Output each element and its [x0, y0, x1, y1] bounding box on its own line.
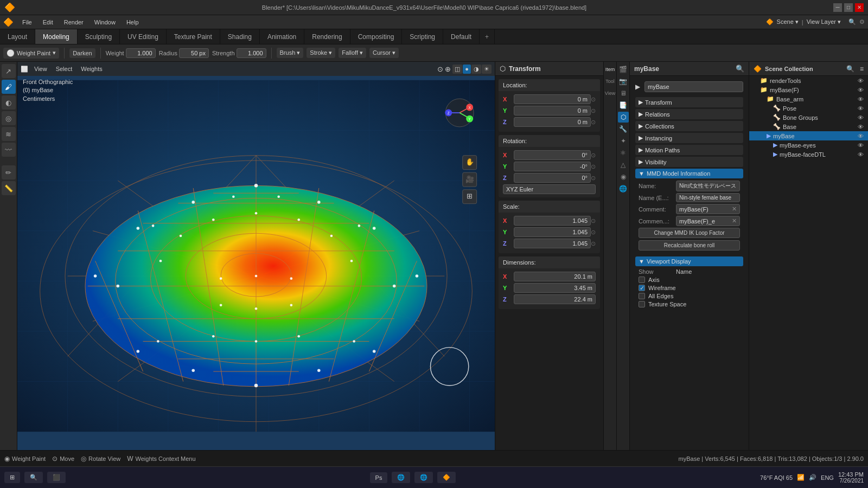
- weight-input[interactable]: 1.000: [126, 48, 156, 58]
- select-tool-icon[interactable]: ↗: [2, 64, 16, 78]
- scene-selector[interactable]: Scene ▾: [777, 18, 799, 25]
- scene-props-icon[interactable]: 🎬: [618, 64, 629, 75]
- modifier-props-icon[interactable]: 🔧: [618, 124, 629, 134]
- scale-y-value[interactable]: 1.045: [514, 227, 591, 237]
- average-tool-icon[interactable]: ≋: [2, 127, 16, 141]
- physics-props-icon[interactable]: ⚛: [618, 147, 629, 158]
- view-layer-props-icon[interactable]: 📑: [618, 100, 629, 111]
- rotation-z-value[interactable]: 0°: [514, 173, 591, 183]
- material-props-icon[interactable]: ◉: [618, 171, 629, 182]
- tab-default[interactable]: Default: [443, 29, 480, 44]
- rendered-btn[interactable]: ☀: [482, 65, 492, 74]
- rotation-y-value[interactable]: -0°: [514, 162, 591, 171]
- tab-sculpting[interactable]: Sculpting: [78, 29, 120, 44]
- solid-btn[interactable]: ●: [463, 65, 471, 74]
- brush-tool-icon[interactable]: 🖌: [2, 80, 16, 94]
- tab-scripting[interactable]: Scripting: [402, 29, 443, 44]
- tab-compositing[interactable]: Compositing: [350, 29, 403, 44]
- gradient-tool-icon[interactable]: ◐: [2, 95, 16, 110]
- mmd-bone-button[interactable]: Recalculate bone roll: [639, 240, 740, 251]
- menu-window[interactable]: Window: [92, 18, 118, 27]
- taskbar-chrome2[interactable]: 🌐: [414, 472, 433, 483]
- vd-texspace-checkbox[interactable]: [639, 301, 645, 307]
- object-props-icon[interactable]: ⬡: [618, 112, 629, 123]
- mode-selector[interactable]: ⚪ Weight Paint ▾: [3, 48, 59, 59]
- taskbar-taskview-icon[interactable]: ⬛: [47, 472, 66, 483]
- world-props-icon[interactable]: 🌐: [618, 183, 629, 194]
- scene-rendertool-eye[interactable]: 👁: [858, 78, 864, 84]
- dimensions-header[interactable]: Dimensions:: [499, 256, 600, 268]
- cursor-menu[interactable]: Cursor ▾: [369, 48, 399, 58]
- tab-layout[interactable]: Layout: [0, 29, 35, 44]
- viewlayer-selector[interactable]: View Layer ▾: [807, 18, 841, 25]
- location-z-copy[interactable]: ⊙: [591, 119, 596, 126]
- mmd-comment2-clear[interactable]: ✕: [732, 217, 737, 224]
- scene-bonegroups-eye[interactable]: 👁: [858, 114, 864, 121]
- measure-tool-icon[interactable]: 📏: [2, 181, 16, 195]
- obj-relations-header[interactable]: ▶ Relations: [635, 109, 743, 119]
- taskbar-photoshop[interactable]: Ps: [370, 472, 388, 483]
- mmd-nameen-field[interactable]: Nin-style female base: [676, 193, 740, 202]
- vd-axis-checkbox[interactable]: [639, 277, 645, 283]
- mmd-comment-clear[interactable]: ✕: [732, 206, 737, 213]
- scene-mybase-eyes[interactable]: ▶ myBase-eyes 👁: [749, 140, 868, 150]
- scene-mybase[interactable]: ▶ myBase 👁: [749, 131, 868, 140]
- location-y-copy[interactable]: ⊙: [591, 107, 596, 114]
- scene-mybase-facedtl-eye[interactable]: 👁: [858, 151, 864, 158]
- strength-input[interactable]: 1.000: [237, 48, 266, 58]
- tab-rendering[interactable]: Rendering: [304, 29, 350, 44]
- location-z-value[interactable]: 0 m: [514, 117, 591, 127]
- annotate-tool-icon[interactable]: ✏: [2, 165, 16, 179]
- output-props-icon[interactable]: 🖥: [618, 88, 629, 99]
- maximize-button[interactable]: □: [844, 3, 853, 12]
- scene-mybase-eye[interactable]: 👁: [858, 133, 864, 139]
- scene-mybase-facedtl[interactable]: ▶ myBase-faceDTL 👁: [749, 150, 868, 159]
- rotation-z-copy[interactable]: ⊙: [591, 175, 596, 182]
- scene-rendertool[interactable]: 📁 renderTools 👁: [749, 76, 868, 85]
- taskbar-windows-icon[interactable]: ⊞: [4, 472, 20, 483]
- scale-z-copy[interactable]: ⊙: [591, 240, 596, 247]
- scene-mybase-eyes-eye[interactable]: 👁: [858, 142, 864, 149]
- mmd-comment2-value[interactable]: myBase(F)_e: [679, 218, 730, 224]
- vd-alledges-checkbox[interactable]: [639, 293, 645, 299]
- scale-x-value[interactable]: 1.045: [514, 216, 591, 226]
- rotation-y-copy[interactable]: ⊙: [591, 163, 596, 170]
- tab-animation[interactable]: Animation: [260, 29, 304, 44]
- obj-viewport-display-header[interactable]: ▼ Viewport Display: [635, 256, 743, 266]
- location-y-value[interactable]: 0 m: [514, 106, 591, 115]
- scene-basearm[interactable]: 📁 Base_arm 👁: [749, 94, 868, 104]
- mmd-ik-button[interactable]: Change MMD IK Loop Factor: [639, 228, 740, 238]
- obj-motionpaths-header[interactable]: ▶ Motion Paths: [635, 145, 743, 155]
- location-x-copy[interactable]: ⊙: [591, 96, 596, 103]
- mmd-comment-value[interactable]: myBase(F): [679, 206, 730, 213]
- scene-search-icon[interactable]: 🔍: [846, 65, 854, 73]
- scene-pose-eye[interactable]: 👁: [858, 105, 864, 112]
- location-header[interactable]: Location:: [499, 79, 600, 91]
- obj-transform-header[interactable]: ▶ Transform: [635, 97, 743, 107]
- view-tab[interactable]: View: [605, 88, 616, 99]
- viewport-3d[interactable]: ⬜ View Select Weights ⊙ ⊕ ◫ ● ◑ ☀ Front …: [17, 62, 495, 450]
- tab-texturepaint[interactable]: Texture Paint: [167, 29, 220, 44]
- vd-wireframe-checkbox[interactable]: ✓: [639, 285, 645, 291]
- scene-base[interactable]: 🦴 Base 👁: [749, 122, 868, 131]
- scene-bonegroups[interactable]: 🦴 Bone Groups 👁: [749, 113, 868, 122]
- scale-x-copy[interactable]: ⊙: [591, 217, 596, 224]
- stroke-menu[interactable]: Stroke ▾: [307, 48, 335, 58]
- dim-y-value[interactable]: 3.45 m: [514, 283, 596, 293]
- scene-filter-icon[interactable]: ≡: [860, 65, 864, 73]
- obj-visibility-header[interactable]: ▶ Visibility: [635, 157, 743, 167]
- item-tab[interactable]: Item: [605, 64, 616, 75]
- material-btn[interactable]: ◑: [471, 65, 481, 74]
- viewport-overlay-btn[interactable]: ⊙: [437, 65, 443, 73]
- scene-basearm-eye[interactable]: 👁: [858, 96, 864, 102]
- smear-tool-icon[interactable]: 〰: [2, 143, 16, 157]
- rotation-header[interactable]: Rotation:: [499, 135, 600, 147]
- rotation-x-value[interactable]: 0°: [514, 150, 591, 160]
- brush-menu[interactable]: Brush ▾: [277, 48, 304, 58]
- wireframe-btn[interactable]: ◫: [452, 65, 462, 74]
- scale-header[interactable]: Scale:: [499, 201, 600, 213]
- minimize-button[interactable]: ─: [833, 3, 842, 12]
- scale-z-value[interactable]: 1.045: [514, 239, 591, 248]
- obj-name-field[interactable]: myBase: [644, 81, 743, 92]
- dim-x-value[interactable]: 20.1 m: [514, 272, 596, 281]
